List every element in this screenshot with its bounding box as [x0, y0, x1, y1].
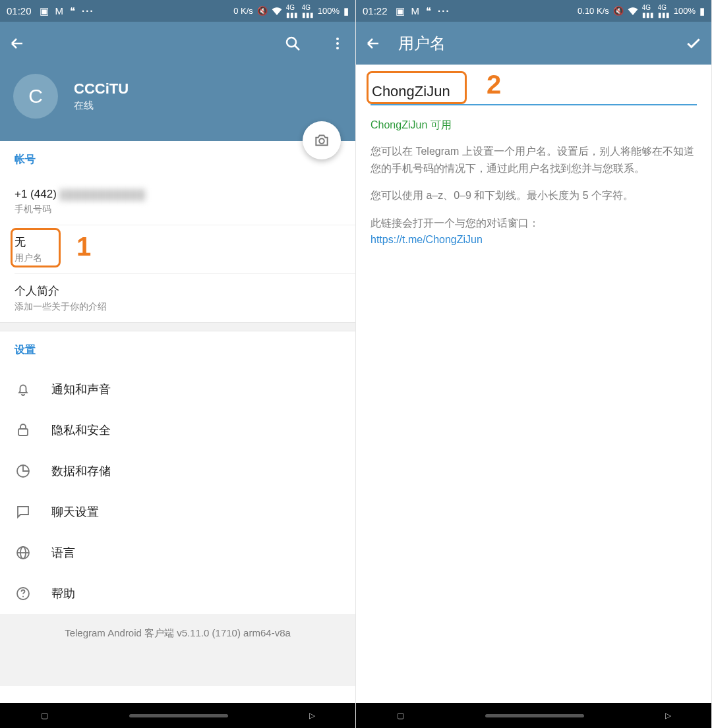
- lock-icon: [15, 422, 32, 439]
- svg-point-5: [319, 138, 324, 144]
- settings-label: 隐私和安全: [51, 422, 111, 438]
- settings-row-chat[interactable]: 聊天设置: [0, 491, 355, 532]
- nav-pill[interactable]: [485, 714, 584, 717]
- network-speed: 0 K/s: [233, 6, 253, 16]
- menu-more-button[interactable]: [329, 35, 346, 52]
- settings-row-privacy[interactable]: 隐私和安全: [0, 410, 355, 451]
- username-label: 用户名: [15, 252, 341, 264]
- battery-text: 100%: [318, 6, 340, 16]
- username-help-3: 此链接会打开一个与您的对话窗口： https://t.me/ChongZiJun: [371, 215, 697, 248]
- username-availability: ChongZiJun 可用: [371, 119, 697, 132]
- signal-icon: 4G▮▮▮: [286, 4, 298, 18]
- mute-icon: 🔇: [257, 6, 268, 16]
- annotation-highlight-2: [367, 71, 467, 104]
- app-bar: 用户名: [356, 22, 711, 65]
- status-left-icons: ▣ M ❝ ···: [40, 5, 94, 17]
- phone-value: +1 (442): [15, 188, 341, 201]
- svg-rect-6: [18, 429, 28, 435]
- nav-recent[interactable]: ▢: [397, 711, 404, 720]
- username-value: 无: [15, 235, 341, 250]
- battery-text: 100%: [674, 6, 696, 16]
- profile-status: 在线: [74, 99, 129, 112]
- chat-icon: [15, 503, 32, 520]
- left-phone: 01:20 ▣ M ❝ ··· 0 K/s 🔇 4G▮▮▮ 4G▮▮▮ 100%…: [0, 0, 356, 728]
- settings-row-language[interactable]: 语言: [0, 532, 355, 573]
- help-icon: [15, 585, 32, 602]
- gmail-icon: M: [55, 5, 64, 16]
- status-time: 01:22: [363, 5, 388, 16]
- settings-label: 聊天设置: [51, 504, 99, 520]
- search-button[interactable]: [284, 35, 301, 52]
- settings-title: 设置: [15, 343, 341, 357]
- android-navbar: ▢ ▷: [0, 703, 355, 728]
- username-field-wrap: 2: [371, 79, 697, 105]
- phone-row[interactable]: +1 (442) 手机号码: [0, 179, 355, 225]
- status-right-icons: 0.10 K/s 🔇 4G▮▮▮ 4G▮▮▮ 100% ▮: [578, 4, 705, 18]
- settings-row-data[interactable]: 数据和存储: [0, 451, 355, 491]
- version-footer: Telegram Android 客户端 v5.11.0 (1710) arm6…: [0, 614, 355, 686]
- username-link[interactable]: https://t.me/ChongZiJun: [371, 234, 483, 245]
- signal-icon: 4G▮▮▮: [642, 4, 654, 18]
- android-navbar: ▢ ▷: [356, 703, 711, 728]
- more-notifications-icon: ···: [438, 5, 450, 16]
- avatar[interactable]: C: [13, 74, 58, 119]
- more-notifications-icon: ···: [82, 5, 94, 16]
- section-divider: [0, 322, 355, 331]
- account-section-header: 帐号: [0, 141, 355, 179]
- bio-row[interactable]: 个人简介 添加一些关于你的介绍: [0, 274, 355, 322]
- settings-label: 通知和声音: [51, 381, 111, 397]
- phone-label: 手机号码: [15, 204, 341, 215]
- profile-name: CCCiTU: [74, 80, 129, 98]
- settings-row-notifications[interactable]: 通知和声音: [0, 369, 355, 410]
- right-phone: 01:22 ▣ M ❝ ··· 0.10 K/s 🔇 4G▮▮▮ 4G▮▮▮ 1…: [356, 0, 712, 728]
- nav-pill[interactable]: [129, 714, 228, 717]
- back-button[interactable]: [365, 36, 381, 51]
- content: 2 ChongZiJun 可用 您可以在 Telegram 上设置一个用户名。设…: [356, 65, 711, 728]
- svg-point-4: [336, 47, 339, 49]
- gmail-icon: M: [411, 5, 420, 16]
- status-bar: 01:22 ▣ M ❝ ··· 0.10 K/s 🔇 4G▮▮▮ 4G▮▮▮ 1…: [356, 0, 711, 22]
- mute-icon: 🔇: [613, 6, 624, 16]
- confirm-button[interactable]: [685, 35, 702, 52]
- settings-row-help[interactable]: 帮助: [0, 573, 355, 614]
- signal2-icon: 4G▮▮▮: [302, 4, 314, 18]
- bell-icon: [15, 381, 32, 398]
- annotation-number-2: 2: [487, 70, 501, 99]
- wifi-icon: [272, 7, 282, 15]
- settings-label: 语言: [51, 545, 75, 561]
- status-right-icons: 0 K/s 🔇 4G▮▮▮ 4G▮▮▮ 100% ▮: [233, 4, 349, 18]
- svg-point-0: [287, 38, 296, 47]
- network-speed: 0.10 K/s: [578, 6, 609, 16]
- status-bar: 01:20 ▣ M ❝ ··· 0 K/s 🔇 4G▮▮▮ 4G▮▮▮ 100%…: [0, 0, 355, 22]
- nav-back[interactable]: ▷: [665, 711, 671, 720]
- battery-icon: ▮: [699, 5, 705, 17]
- gallery-icon: ▣: [40, 5, 49, 17]
- username-row[interactable]: 无 用户名 1: [0, 225, 355, 273]
- content-scroll[interactable]: 帐号 +1 (442) 手机号码 无 用户名 1 个人简介 添加一些关于你的介绍…: [0, 141, 355, 728]
- back-button[interactable]: [9, 36, 25, 51]
- status-left-icons: ▣ M ❝ ···: [396, 5, 450, 17]
- app-bar: [0, 22, 355, 65]
- svg-line-1: [295, 45, 299, 50]
- nav-recent[interactable]: ▢: [41, 711, 48, 720]
- bio-hint: 添加一些关于你的介绍: [15, 301, 341, 313]
- phone-masked: [60, 189, 146, 201]
- gallery-icon: ▣: [396, 5, 405, 17]
- annotation-highlight-1: [11, 228, 61, 267]
- bio-value: 个人简介: [15, 283, 341, 298]
- profile-header: C CCCiTU 在线: [0, 65, 355, 141]
- svg-point-2: [336, 38, 339, 40]
- page-title: 用户名: [398, 33, 446, 54]
- svg-point-3: [336, 42, 339, 45]
- hangouts-icon: ❝: [70, 5, 75, 17]
- settings-label: 数据和存储: [51, 463, 111, 479]
- settings-section-header: 设置: [0, 331, 355, 369]
- data-icon: [15, 462, 32, 480]
- camera-fab[interactable]: [303, 121, 341, 159]
- account-title: 帐号: [15, 153, 341, 167]
- annotation-number-1: 1: [76, 232, 91, 262]
- username-help-2: 您可以使用 a–z、0–9 和下划线。最小长度为 5 个字符。: [371, 187, 697, 204]
- settings-label: 帮助: [51, 586, 75, 602]
- wifi-icon: [628, 7, 638, 15]
- nav-back[interactable]: ▷: [309, 711, 315, 720]
